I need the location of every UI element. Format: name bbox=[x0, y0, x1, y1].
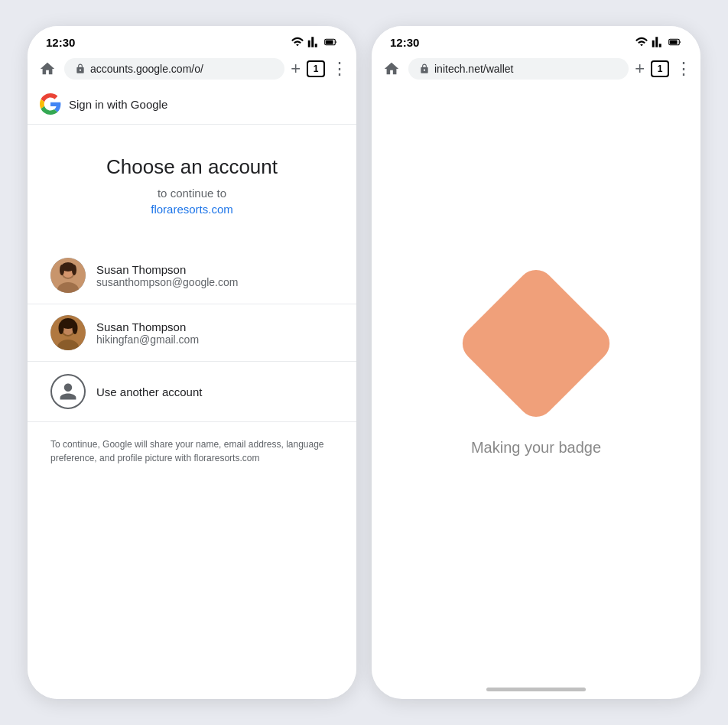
status-icons-left bbox=[291, 35, 338, 49]
wifi-icon bbox=[291, 35, 304, 49]
left-phone: 12:30 bbox=[28, 26, 356, 699]
home-indicator-right bbox=[486, 688, 586, 691]
lock-icon-left bbox=[75, 63, 86, 74]
lock-icon-right bbox=[419, 63, 430, 74]
wifi-icon-right bbox=[635, 35, 648, 49]
home-button-left[interactable] bbox=[37, 58, 58, 80]
account-name-1: Susan Thompson bbox=[96, 263, 238, 276]
status-bar-left: 12:30 bbox=[28, 26, 356, 54]
account-email-2: hikingfan@gmail.com bbox=[96, 333, 199, 346]
making-badge-text: Making your badge bbox=[471, 439, 601, 457]
signal-icon-right bbox=[652, 35, 665, 49]
avatar-1 bbox=[50, 258, 86, 293]
account-info-1: Susan Thompson susanthompson@google.com bbox=[96, 263, 238, 288]
address-bar-right[interactable]: initech.net/wallet bbox=[408, 58, 629, 80]
avatar-face-1 bbox=[50, 258, 86, 293]
tab-count-right[interactable]: 1 bbox=[651, 60, 669, 77]
status-time-right: 12:30 bbox=[390, 36, 419, 49]
choose-account-body: Choose an account to continue to florare… bbox=[28, 125, 356, 699]
more-menu-left[interactable]: ⋮ bbox=[331, 59, 347, 79]
browser-bar-left: accounts.google.com/o/ + 1 ⋮ bbox=[28, 54, 356, 86]
google-logo bbox=[40, 93, 61, 115]
google-signin-title: Sign in with Google bbox=[69, 98, 167, 111]
use-another-account[interactable]: Use another account bbox=[28, 362, 356, 422]
right-phone: 12:30 initech.net/wallet bbox=[372, 26, 700, 699]
browser-bar-right: initech.net/wallet + 1 ⋮ bbox=[372, 54, 700, 86]
account-name-2: Susan Thompson bbox=[96, 320, 199, 333]
svg-rect-18 bbox=[670, 40, 678, 44]
status-icons-right bbox=[635, 35, 682, 49]
svg-point-8 bbox=[72, 265, 76, 275]
choose-account-subtitle: to continue to bbox=[43, 187, 341, 200]
more-menu-right[interactable]: ⋮ bbox=[675, 59, 691, 79]
home-button-right[interactable] bbox=[381, 58, 402, 80]
browser-actions-right: + 1 ⋮ bbox=[635, 59, 691, 79]
url-text-left: accounts.google.com/o/ bbox=[90, 63, 274, 75]
add-tab-button-left[interactable]: + bbox=[291, 59, 301, 79]
person-add-icon bbox=[50, 374, 86, 409]
avatar-face-2 bbox=[50, 315, 86, 350]
battery-icon bbox=[324, 35, 338, 49]
battery-icon-right bbox=[668, 35, 682, 49]
wallet-body: Making your badge bbox=[372, 86, 700, 688]
svg-rect-16 bbox=[60, 320, 76, 327]
svg-point-7 bbox=[60, 265, 64, 275]
choose-account-title: Choose an account bbox=[43, 155, 341, 179]
status-bar-right: 12:30 bbox=[372, 26, 700, 54]
badge-diamond bbox=[455, 262, 617, 424]
address-bar-left[interactable]: accounts.google.com/o/ bbox=[64, 58, 284, 80]
browser-actions-left: + 1 ⋮ bbox=[291, 59, 347, 79]
account-item-1[interactable]: Susan Thompson susanthompson@google.com bbox=[28, 247, 356, 304]
url-text-right: initech.net/wallet bbox=[434, 63, 618, 75]
privacy-notice: To continue, Google will share your name… bbox=[28, 422, 356, 480]
floraresorts-link[interactable]: floraresorts.com bbox=[151, 203, 233, 216]
use-another-label: Use another account bbox=[96, 385, 202, 398]
svg-rect-1 bbox=[326, 40, 333, 44]
account-item-2[interactable]: Susan Thompson hikingfan@gmail.com bbox=[28, 304, 356, 362]
tab-count-left[interactable]: 1 bbox=[307, 60, 325, 77]
account-info-2: Susan Thompson hikingfan@gmail.com bbox=[96, 320, 199, 346]
google-header: Sign in with Google bbox=[28, 86, 356, 125]
account-email-1: susanthompson@google.com bbox=[96, 276, 238, 288]
add-tab-button-right[interactable]: + bbox=[635, 59, 645, 79]
avatar-2 bbox=[50, 315, 86, 350]
account-list: Susan Thompson susanthompson@google.com bbox=[28, 247, 356, 422]
signal-icon bbox=[307, 35, 321, 49]
status-time-left: 12:30 bbox=[46, 36, 75, 49]
choose-account-hero: Choose an account to continue to florare… bbox=[28, 125, 356, 232]
